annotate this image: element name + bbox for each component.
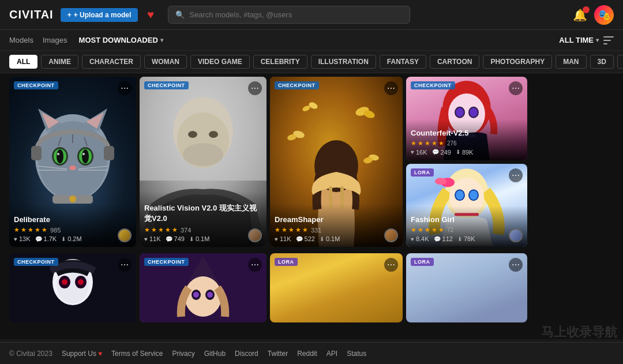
footer-status-link[interactable]: Status: [347, 350, 366, 358]
svg-point-13: [57, 153, 59, 155]
sort-label: MOST DOWNLOADED: [79, 36, 158, 44]
card-badge-5: CHECKPOINT: [14, 258, 58, 266]
card-stars-2: ★★★★★ 374: [144, 226, 262, 234]
header: CIVITAI + + Upload a model ♥ 🔍 🔔 🎭: [0, 0, 623, 30]
support-heart-icon: ♥: [98, 350, 102, 358]
tag-woman[interactable]: WOMAN: [144, 55, 187, 69]
card-title-3: DreamShaper: [275, 215, 398, 224]
tag-cartoon[interactable]: CARTOON: [430, 55, 479, 69]
svg-point-60: [470, 190, 478, 200]
tag-landscapes[interactable]: LANDSCAPES: [617, 55, 623, 69]
upload-label: + Upload a model: [74, 11, 132, 19]
user-avatar[interactable]: 🎭: [594, 5, 614, 25]
filter-options-icon[interactable]: [603, 36, 614, 44]
time-filter-button[interactable]: ALL TIME ▾: [559, 36, 599, 44]
logo: CIVITAI: [9, 8, 54, 21]
favorite-heart-icon[interactable]: ♥: [147, 8, 154, 21]
card-footer-4b: Fashion Girl ★★★★★ 72 ♥ 8.4K 💬 112 ⬇ 78K: [406, 206, 527, 247]
footer-reddit-link[interactable]: Reddit: [297, 350, 317, 358]
svg-point-51: [456, 108, 464, 117]
card-avatar-2: [248, 228, 262, 242]
card-menu-7[interactable]: ⋯: [384, 258, 398, 272]
card-badge-7: LORA: [275, 258, 298, 266]
card-badge-1: CHECKPOINT: [14, 81, 58, 89]
footer-discord-link[interactable]: Discord: [235, 350, 258, 358]
card-menu-4a[interactable]: ⋯: [509, 81, 523, 95]
header-right: 🔔 🎭: [573, 5, 614, 25]
card-dark-anime[interactable]: CHECKPOINT ⋯: [9, 253, 136, 322]
tag-character[interactable]: CHARACTER: [82, 55, 141, 69]
card-stats-4b: ♥ 8.4K 💬 112 ⬇ 78K: [411, 235, 523, 242]
card-menu-6[interactable]: ⋯: [248, 258, 262, 272]
footer-copyright: © Civitai 2023: [9, 350, 52, 358]
card-stats-2: ♥ 11K 💬 749 ⬇ 0.1M: [144, 235, 262, 242]
footer-tos-link[interactable]: Terms of Service: [111, 350, 163, 358]
svg-point-70: [78, 279, 84, 285]
footer-github-link[interactable]: GitHub: [204, 350, 226, 358]
footer-twitter-link[interactable]: Twitter: [268, 350, 288, 358]
card-stars-4b: ★★★★★ 72: [411, 226, 523, 234]
svg-point-14: [82, 153, 85, 155]
svg-point-77: [193, 292, 199, 298]
card-avatar-3: [384, 228, 398, 242]
card-menu-4b[interactable]: ⋯: [509, 168, 523, 182]
card-witch[interactable]: CHECKPOINT ⋯: [140, 253, 267, 322]
card-bottom-4[interactable]: LORA ⋯: [406, 253, 527, 322]
svg-point-32: [209, 131, 218, 138]
svg-point-69: [62, 279, 67, 285]
tag-all[interactable]: ALL: [9, 55, 37, 69]
card-badge-4a: CHECKPOINT: [411, 81, 455, 89]
svg-point-33: [183, 143, 223, 166]
card-stars-3: ★★★★★ 331: [275, 226, 398, 234]
card-bottom-3[interactable]: LORA ⋯: [270, 253, 403, 322]
card-menu-3[interactable]: ⋯: [384, 81, 398, 95]
footer: © Civitai 2023 Support Us ♥ Terms of Ser…: [0, 342, 623, 364]
upload-button[interactable]: + + Upload a model: [61, 8, 138, 22]
svg-point-11: [57, 149, 63, 163]
svg-point-12: [82, 149, 89, 163]
search-input[interactable]: [189, 10, 403, 19]
card-title-4a: Counterfeit-V2.5: [411, 129, 523, 137]
card-menu-8[interactable]: ⋯: [509, 258, 523, 272]
tag-man[interactable]: MAN: [556, 55, 586, 69]
notification-icon[interactable]: 🔔: [573, 8, 587, 22]
sort-dropdown[interactable]: MOST DOWNLOADED ▾: [79, 36, 163, 44]
card-avatar-4b: [509, 228, 523, 242]
card-fashion-girl[interactable]: LORA ⋯ Fashion Girl ★★★★★ 72 ♥ 8.4K 💬 11…: [406, 164, 527, 247]
footer-api-link[interactable]: API: [326, 350, 337, 358]
svg-point-15: [69, 166, 76, 170]
card-deliberate[interactable]: CHECKPOINT ⋯ Deliberate ★★★★★ 985 ♥ 13K …: [9, 77, 136, 247]
card-menu-5[interactable]: ⋯: [118, 258, 132, 272]
card-stars-1: ★★★★★ 985: [14, 226, 132, 234]
support-label: Support Us: [62, 350, 96, 358]
card-counterfeit[interactable]: CHECKPOINT ⋯ Counterfeit-V2.5 ★★★★★ 276 …: [406, 77, 527, 160]
card-menu-1[interactable]: ⋯: [118, 81, 132, 95]
card-realistic-vision[interactable]: CHECKPOINT ⋯ Realistic Vision V2.0 现实主义视…: [140, 77, 267, 247]
tab-models[interactable]: Models: [9, 35, 33, 46]
tag-illustration[interactable]: ILLUSTRATION: [311, 55, 376, 69]
card-badge-2: CHECKPOINT: [144, 81, 189, 89]
tag-fantasy[interactable]: FANTASY: [380, 55, 426, 69]
card-menu-2[interactable]: ⋯: [248, 81, 262, 95]
support-link[interactable]: Support Us ♥: [62, 350, 102, 358]
svg-point-23: [69, 196, 76, 202]
tab-images[interactable]: Images: [43, 35, 67, 46]
card-title-4b: Fashion Girl: [411, 215, 523, 224]
svg-point-78: [207, 292, 213, 298]
search-icon: 🔍: [175, 10, 185, 19]
search-bar: 🔍: [168, 6, 410, 24]
footer-privacy-link[interactable]: Privacy: [172, 350, 194, 358]
tag-3d[interactable]: 3D: [590, 55, 614, 69]
tag-anime[interactable]: ANIME: [41, 55, 78, 69]
card-title-1: Deliberate: [14, 215, 132, 224]
card-footer-4a: Counterfeit-V2.5 ★★★★★ 276 ♥ 16K 💬 249 ⬇…: [406, 119, 527, 160]
card-footer-3: DreamShaper ★★★★★ 331 ♥ 11K 💬 522 ⬇ 0.1M: [270, 204, 403, 247]
tag-celebrity[interactable]: CELEBRITY: [253, 55, 307, 69]
tag-photography[interactable]: PHOTOGRAPHY: [483, 55, 552, 69]
tag-video-game[interactable]: VIDEO GAME: [190, 55, 250, 69]
filter-right: ALL TIME ▾: [559, 36, 614, 44]
card-title-2: Realistic Vision V2.0 现实主义视觉V2.0: [144, 203, 262, 224]
card-stars-4a: ★★★★★ 276: [411, 140, 523, 147]
card-dreamshaper[interactable]: CHECKPOINT ⋯ DreamShaper ★★★★★ 331 ♥ 11K…: [270, 77, 403, 247]
card-badge-6: CHECKPOINT: [144, 258, 189, 266]
